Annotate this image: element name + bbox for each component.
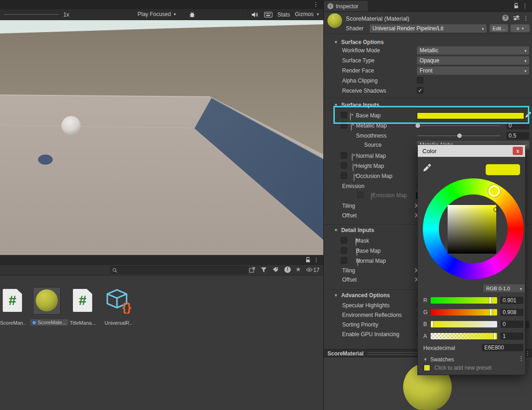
eyedropper-icon[interactable]: [422, 163, 432, 172]
channel-b-slider[interactable]: [431, 321, 497, 327]
asset-label-selected[interactable]: ScoreMate...: [30, 319, 68, 326]
add-preset-hint[interactable]: Click to add new preset: [434, 365, 492, 371]
foldout-icon: ▼: [334, 293, 338, 298]
swatch-preset[interactable]: [424, 365, 430, 371]
channel-a-slider[interactable]: [431, 333, 497, 339]
detail-normal-map-checkbox[interactable]: [341, 257, 347, 264]
detail-mask-checkbox[interactable]: [341, 237, 347, 244]
color-mode-dropdown[interactable]: RGB 0-1.0 ▾: [483, 284, 525, 292]
search-input[interactable]: [110, 266, 248, 274]
shader-edit-button[interactable]: Edit...: [490, 24, 508, 32]
detail-base-map-checkbox[interactable]: [341, 247, 347, 254]
open-search-window-icon[interactable]: [249, 267, 255, 273]
asset-label[interactable]: TitleMana...: [70, 320, 96, 326]
channel-b-handle[interactable]: [431, 321, 433, 327]
normal-map-texture-checkbox[interactable]: [341, 152, 347, 159]
asset-label[interactable]: ScoreMan...: [0, 320, 26, 326]
project-menu-icon[interactable]: ⋮: [313, 257, 319, 263]
filter-by-label-icon[interactable]: [272, 267, 279, 273]
asset-label[interactable]: UniversalR...: [105, 320, 132, 326]
log-filter-icon[interactable]: !: [284, 266, 291, 273]
alpha-gradient-overlay: [431, 333, 497, 339]
material-preview-icon: [327, 13, 342, 28]
channel-r-handle[interactable]: [489, 297, 491, 304]
smoothness-value-field[interactable]: 0.5: [506, 132, 529, 139]
swatches-menu-icon[interactable]: ⋮: [518, 355, 524, 361]
channel-r-field[interactable]: 0.901: [500, 297, 523, 304]
channel-r-label: R: [423, 297, 427, 304]
keyboard-icon[interactable]: [264, 12, 272, 17]
stats-button[interactable]: Stats: [277, 11, 290, 18]
occlusion-map-texture-picker-icon[interactable]: [354, 173, 355, 182]
channel-a-handle[interactable]: [494, 333, 496, 339]
alpha-clipping-checkbox[interactable]: [417, 77, 423, 83]
occlusion-map-texture-checkbox[interactable]: [341, 172, 347, 179]
swatches-header[interactable]: ▼ Swatches: [423, 356, 454, 363]
hexadecimal-field[interactable]: E6E800: [482, 344, 523, 351]
metallic-slider-handle[interactable]: [416, 123, 420, 128]
channel-g-slider[interactable]: [431, 309, 497, 316]
surface-options-header[interactable]: ▼ Surface Options: [334, 39, 384, 45]
channel-a-field[interactable]: 1: [500, 332, 523, 340]
sv-selector-handle[interactable]: [493, 207, 498, 212]
channel-g-handle[interactable]: [490, 309, 492, 316]
game-view-menu-icon[interactable]: ⋮: [313, 1, 319, 7]
chevron-down-icon: ▾: [524, 59, 526, 63]
audio-mute-icon[interactable]: [251, 11, 259, 18]
asset-scorematerial-material[interactable]: [33, 287, 61, 315]
receive-shadows-checkbox[interactable]: ✓: [417, 87, 423, 94]
inspector-menu-icon[interactable]: ⋮: [522, 3, 528, 9]
toolbar-divider: [274, 11, 275, 19]
material-title: ScoreMaterial (Material): [346, 15, 410, 22]
channel-g-field[interactable]: 0.908: [500, 309, 523, 316]
render-face-dropdown[interactable]: Front ▾: [417, 66, 529, 75]
emission-map-label: Emission Map: [372, 192, 407, 199]
detail-inputs-header[interactable]: ▼ Detail Inputs: [334, 227, 374, 233]
zoom-slider[interactable]: [4, 14, 59, 15]
shader-menu-button[interactable]: ≡ ▾: [510, 24, 530, 32]
gizmos-dropdown[interactable]: Gizmos ▾: [295, 11, 319, 17]
chevron-down-icon: ▾: [482, 27, 484, 31]
tab-inspector[interactable]: i Inspector: [324, 1, 368, 11]
height-map-texture-picker-icon[interactable]: [353, 163, 354, 172]
asset-titlemanager-script[interactable]: #: [71, 289, 94, 314]
visibility-eye-icon[interactable]: [306, 267, 313, 272]
svg-text:{}: {}: [122, 300, 131, 314]
color-window-titlebar[interactable]: Color x: [418, 145, 525, 157]
sv-square[interactable]: [448, 205, 496, 254]
focus-mode-dropdown[interactable]: Play Focused ▾: [138, 11, 176, 17]
project-tabbar: ⋮: [0, 255, 323, 266]
unlock-icon[interactable]: [305, 257, 310, 263]
channel-r-slider[interactable]: [431, 297, 497, 304]
close-icon[interactable]: x: [513, 147, 523, 155]
detail-normal-map-label: Normal Map: [356, 258, 386, 264]
alpha-clipping-label: Alpha Clipping: [342, 78, 377, 84]
foldout-icon: ▼: [334, 228, 338, 233]
debug-bug-icon[interactable]: [188, 11, 196, 18]
asset-scoremanager-script[interactable]: #: [1, 289, 24, 314]
advanced-options-header[interactable]: ▼ Advanced Options: [334, 292, 390, 299]
surface-type-dropdown[interactable]: Opaque ▾: [417, 56, 529, 65]
normal-map-texture-picker-icon[interactable]: [352, 153, 353, 161]
favorites-star-icon[interactable]: ★: [295, 266, 301, 273]
detail-base-map-label: Base Map: [356, 248, 381, 254]
presets-icon[interactable]: [513, 15, 520, 21]
emission-map-texture-checkbox[interactable]: [357, 192, 364, 198]
hue-selector-handle[interactable]: [488, 185, 500, 197]
occlusion-map-label: Occlusion Map: [356, 173, 392, 179]
unlock-icon[interactable]: [514, 3, 519, 9]
material-menu-icon[interactable]: ⋮: [523, 15, 529, 21]
metallic-slider[interactable]: [417, 125, 500, 126]
tiling-label: Tiling: [342, 203, 355, 209]
smoothness-slider-handle[interactable]: [457, 133, 462, 138]
workflow-mode-dropdown[interactable]: Metallic ▾: [417, 46, 529, 55]
height-map-texture-checkbox[interactable]: [341, 162, 347, 169]
detail-mask-label: Mask: [356, 238, 369, 244]
channel-b-field[interactable]: 0: [500, 321, 523, 328]
game-viewport[interactable]: [0, 20, 323, 255]
help-icon[interactable]: ?: [502, 15, 509, 21]
asset-urp-asset[interactable]: {}: [105, 287, 132, 315]
detail-offset-label: Offset: [342, 277, 357, 283]
shader-dropdown[interactable]: Universal Render Pipeline/Lit ▾: [370, 24, 487, 33]
filter-by-type-icon[interactable]: [260, 267, 267, 273]
